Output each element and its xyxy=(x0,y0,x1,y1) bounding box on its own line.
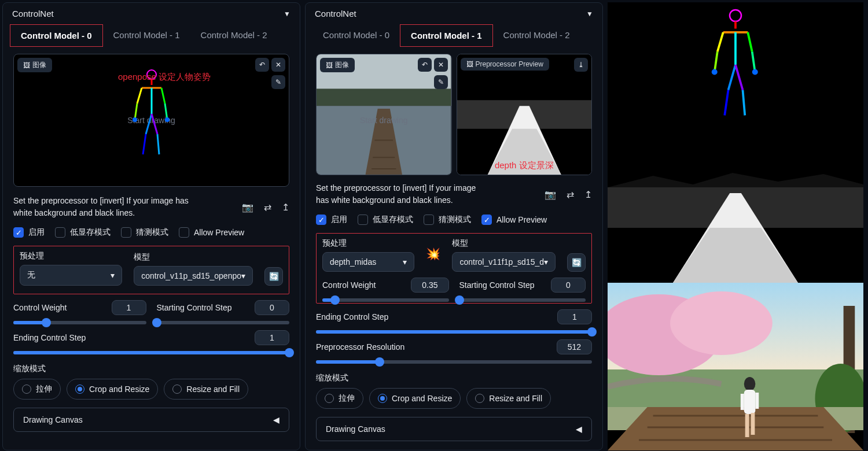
close-icon[interactable]: ✕ xyxy=(434,58,448,72)
model-select[interactable]: control_v11p_sd15_openpo▾ xyxy=(134,266,253,286)
pen-icon[interactable]: ✎ xyxy=(271,75,285,89)
svg-point-55 xyxy=(744,377,756,391)
enable-checkbox[interactable]: ✓启用 xyxy=(316,215,347,225)
svg-line-6 xyxy=(165,103,167,120)
swap-icon[interactable]: ⇄ xyxy=(264,202,271,213)
svg-line-5 xyxy=(161,88,165,103)
end-step-slider[interactable]: Ending Control Step1 xyxy=(13,330,289,354)
drawing-canvas-accordion[interactable]: Drawing Canvas ◀ xyxy=(316,417,592,441)
svg-rect-59 xyxy=(741,394,744,410)
start-step-slider[interactable]: Starting Control Step0 xyxy=(459,278,586,302)
camera-icon[interactable]: 📷 xyxy=(242,202,253,213)
svg-point-37 xyxy=(712,69,718,75)
svg-line-35 xyxy=(735,65,743,90)
enable-checkbox[interactable]: ✓启用 xyxy=(13,227,45,238)
source-image-zone[interactable]: 🖼 图像 ↶ ✕ ✎ Start drawing xyxy=(316,54,452,175)
image-tab[interactable]: 🖼 图像 xyxy=(17,58,52,72)
panel-header[interactable]: ControlNet ▼ xyxy=(306,3,602,24)
swap-icon[interactable]: ⇄ xyxy=(567,189,574,200)
svg-rect-60 xyxy=(755,393,759,409)
preprocessor-label: 预处理 xyxy=(20,251,122,261)
annotation-openpose: openpose 设定人物姿势 xyxy=(118,72,211,83)
guess-checkbox[interactable]: 猜测模式 xyxy=(424,215,471,225)
svg-line-33 xyxy=(729,65,736,90)
undo-icon[interactable]: ↶ xyxy=(418,58,432,72)
model-tabs: Control Model - 0 Control Model - 1 Cont… xyxy=(3,24,300,47)
tab-model-0[interactable]: Control Model - 0 xyxy=(10,24,103,47)
options-row: ✓启用 低显存模式 猜测模式 Allow Preview xyxy=(13,227,289,238)
resize-crop[interactable]: Crop and Resize xyxy=(369,388,461,409)
control-weight-slider[interactable]: Control Weight0.35 xyxy=(322,278,449,302)
canvas-placeholder: Start drawing xyxy=(360,116,407,125)
refresh-button[interactable]: 🔄 xyxy=(264,267,283,286)
controlnet-panel-0: ControlNet ▼ Control Model - 0 Control M… xyxy=(2,2,300,450)
svg-line-36 xyxy=(743,90,745,116)
resize-fill[interactable]: Resize and Fill xyxy=(164,379,248,400)
svg-point-38 xyxy=(752,69,758,75)
explode-icon[interactable]: 💥 xyxy=(426,247,440,261)
svg-line-9 xyxy=(143,134,146,154)
tab-model-0[interactable]: Control Model - 0 xyxy=(312,24,400,47)
svg-point-13 xyxy=(165,117,170,122)
image-drop-zone[interactable]: 🖼 图像 ↶ ✕ ✎ openpose 设定人物姿势 Start drawing xyxy=(13,54,289,187)
svg-point-12 xyxy=(133,117,137,122)
preproc-res-slider[interactable]: Preprocessor Resolution512 xyxy=(316,339,592,364)
svg-line-11 xyxy=(157,134,159,154)
resize-mode-label: 缩放模式 xyxy=(316,373,592,383)
resize-stretch[interactable]: 拉伸 xyxy=(13,379,61,400)
tab-model-1[interactable]: Control Model - 1 xyxy=(400,24,493,47)
preproc-preview-tab[interactable]: 🖼 Preprocessor Preview xyxy=(461,58,549,71)
svg-line-4 xyxy=(135,103,137,120)
undo-icon[interactable]: ↶ xyxy=(255,58,269,72)
drawing-canvas-accordion[interactable]: Drawing Canvas ◀ xyxy=(13,408,289,432)
svg-line-8 xyxy=(146,114,152,134)
svg-marker-51 xyxy=(608,407,863,450)
control-weight-slider[interactable]: Control Weight1 xyxy=(13,300,146,324)
preprocessor-preview-zone[interactable]: 🖼 Preprocessor Preview ⤓ depth 设定景深 xyxy=(457,54,593,175)
preprocessor-select[interactable]: 无▾ xyxy=(20,265,122,286)
tab-model-1[interactable]: Control Model - 1 xyxy=(103,24,190,47)
refresh-button[interactable]: 🔄 xyxy=(567,253,586,272)
upload-icon[interactable]: ↥ xyxy=(584,189,592,200)
allowpreview-checkbox[interactable]: Allow Preview xyxy=(179,227,244,238)
resize-crop[interactable]: Crop and Resize xyxy=(67,379,158,400)
pen-icon[interactable]: ✎ xyxy=(434,75,448,89)
lake-dock-image xyxy=(317,54,451,175)
preprocessor-label: 预处理 xyxy=(322,238,414,249)
close-icon[interactable]: ✕ xyxy=(271,58,285,72)
svg-line-34 xyxy=(724,90,728,116)
chevron-left-icon: ◀ xyxy=(576,424,582,434)
svg-point-25 xyxy=(730,10,741,21)
chevron-down-icon: ▾ xyxy=(544,257,548,267)
generated-image xyxy=(608,283,863,450)
download-icon[interactable]: ⤓ xyxy=(574,58,588,72)
preprocessor-select[interactable]: depth_midas▾ xyxy=(322,252,414,272)
svg-rect-15 xyxy=(317,88,451,106)
chevron-left-icon: ◀ xyxy=(273,415,279,424)
start-step-slider[interactable]: Starting Control Step0 xyxy=(157,300,290,324)
camera-icon[interactable]: 📷 xyxy=(545,189,556,200)
tab-model-2[interactable]: Control Model - 2 xyxy=(493,24,580,47)
depth-map-image xyxy=(457,54,592,175)
svg-rect-57 xyxy=(745,414,749,437)
lowvram-checkbox[interactable]: 低显存模式 xyxy=(55,227,111,238)
end-step-slider[interactable]: Ending Control Step1 xyxy=(316,309,592,334)
allowpreview-checkbox[interactable]: ✓Allow Preview xyxy=(481,215,547,225)
panel-header[interactable]: ControlNet ▼ xyxy=(3,3,300,24)
model-select[interactable]: control_v11f1p_sd15_d▾ xyxy=(452,252,556,272)
svg-line-30 xyxy=(748,32,752,52)
invert-hint: Set the preprocessor to [invert] If your… xyxy=(316,182,490,206)
annotation-depth: depth 设定景深 xyxy=(495,160,554,171)
model-tabs: Control Model - 0 Control Model - 1 Cont… xyxy=(306,24,602,47)
chevron-down-icon[interactable]: ▼ xyxy=(284,10,290,18)
resize-fill[interactable]: Resize and Fill xyxy=(466,388,551,409)
image-tab[interactable]: 🖼 图像 xyxy=(320,58,355,72)
guess-checkbox[interactable]: 猜测模式 xyxy=(121,227,168,238)
tab-model-2[interactable]: Control Model - 2 xyxy=(190,24,278,47)
options-row: ✓启用 低显存模式 猜测模式 ✓Allow Preview xyxy=(316,215,592,225)
resize-stretch[interactable]: 拉伸 xyxy=(316,388,363,409)
upload-icon[interactable]: ↥ xyxy=(282,202,289,213)
chevron-down-icon[interactable]: ▼ xyxy=(586,10,593,18)
model-label: 模型 xyxy=(452,238,556,249)
lowvram-checkbox[interactable]: 低显存模式 xyxy=(358,215,413,225)
